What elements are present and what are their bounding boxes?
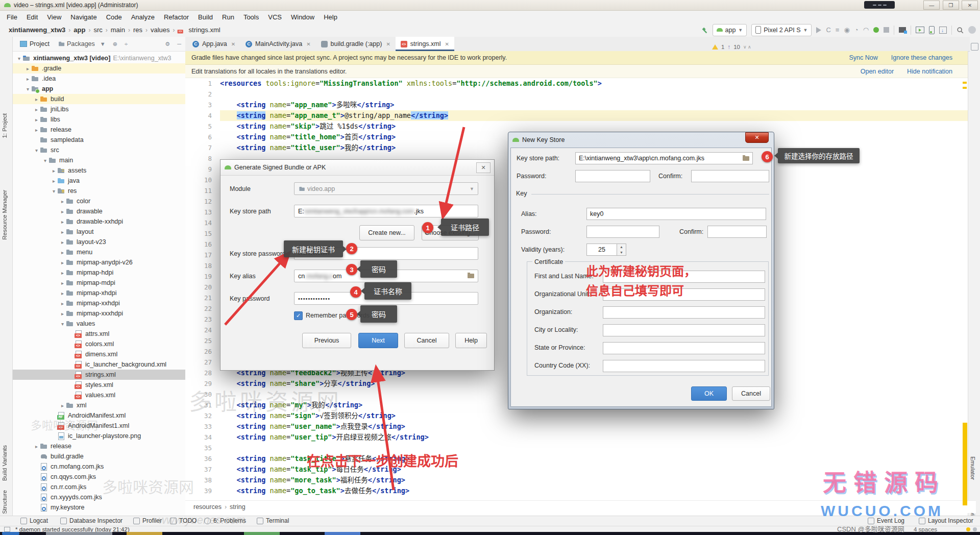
sidebar-item-project[interactable]: 1: Project — [2, 113, 8, 138]
validity-spinner[interactable]: 25 ▲▼ — [586, 244, 626, 256]
maximize-button[interactable]: ❐ — [943, 1, 959, 10]
previous-button[interactable]: Previous — [302, 333, 351, 348]
tab-strings-xml[interactable]: <>strings.xml✕ — [396, 37, 454, 51]
chevron-collapsed-icon[interactable]: ▸ — [51, 178, 57, 184]
tree-item-build-gradle[interactable]: build.gradle — [13, 451, 185, 461]
chevron-collapsed-icon[interactable]: ▸ — [24, 76, 31, 82]
chevron-collapsed-icon[interactable]: ▸ — [59, 270, 66, 276]
chevron-collapsed-icon[interactable]: ▸ — [33, 107, 40, 112]
profile-icon[interactable]: ◔ — [854, 26, 859, 34]
profiler-icon[interactable]: ◠ — [863, 26, 869, 34]
chevron-collapsed-icon[interactable]: ▸ — [59, 239, 66, 245]
menu-item-vcs[interactable]: VCS — [263, 12, 286, 22]
chevron-collapsed-icon[interactable]: ▸ — [59, 280, 66, 286]
cancel-button[interactable]: Cancel — [732, 386, 770, 401]
tree-item-attrs-xml[interactable]: <>attrs.xml — [13, 329, 185, 339]
tree-item-java[interactable]: ▸java — [13, 176, 185, 186]
tree-item-values[interactable]: ▾values — [13, 319, 185, 329]
debug-icon[interactable]: ◉ — [844, 26, 849, 34]
device-select[interactable]: Pixel 2 API S ▼ — [751, 24, 812, 36]
tree-item-ic-launcher-background-xml[interactable]: <>ic_launcher_background.xml — [13, 359, 185, 370]
tree-item-src[interactable]: ▾src — [13, 145, 185, 155]
tree-item-androidmanifest1-xml[interactable]: <>AndroidManifest1.xml — [13, 421, 185, 431]
chevron-collapsed-icon[interactable]: ▸ — [33, 127, 40, 133]
breadcrumb-item-app[interactable]: app — [72, 25, 87, 35]
next-button[interactable]: Next — [358, 333, 398, 348]
chevron-collapsed-icon[interactable]: ▸ — [33, 96, 40, 102]
tree-item-menu[interactable]: ▸menu — [13, 247, 185, 257]
browse-folder-icon[interactable] — [743, 156, 749, 161]
chevron-collapsed-icon[interactable]: ▸ — [59, 260, 66, 265]
gradle-panel-icon[interactable] — [971, 43, 978, 51]
menu-item-edit[interactable]: Edit — [22, 12, 42, 22]
alias-field[interactable]: key0 — [586, 208, 766, 220]
menu-item-code[interactable]: Code — [102, 12, 127, 22]
run-configuration-select[interactable]: app ▼ — [713, 24, 747, 36]
tree-item-main[interactable]: ▾main — [13, 155, 185, 165]
tree-item-layout-v23[interactable]: ▸layout-v23 — [13, 237, 185, 247]
tree-item-sampledata[interactable]: sampledata — [13, 135, 185, 145]
tree-item-mipmap-xxxhdpi[interactable]: ▸mipmap-xxxhdpi — [13, 308, 185, 319]
toolwindow-todo[interactable]: TODO — [170, 517, 197, 524]
chevron-collapsed-icon[interactable]: ▸ — [59, 301, 66, 306]
key-confirm-field[interactable] — [707, 226, 767, 238]
keystore-path-field[interactable]: E:\xintianweng_xtw3\app\cn.mofang.com.jk… — [294, 205, 478, 217]
breadcrumb-item-xintianweng-xtw3[interactable]: xintianweng_xtw3 — [7, 25, 67, 35]
tree-item-libs[interactable]: ▸libs — [13, 114, 185, 125]
tree-item-strings-xml[interactable]: <>strings.xml — [13, 370, 185, 380]
editor-breadcrumb-resources[interactable]: resources — [193, 503, 222, 510]
ok-button[interactable]: OK — [691, 386, 727, 401]
sidebar-item-build-variants[interactable]: Build Variants — [2, 445, 8, 481]
sync-now-link[interactable]: Sync Now — [849, 54, 877, 61]
build-hammer-icon[interactable] — [701, 27, 708, 34]
menu-item-help[interactable]: Help — [319, 12, 342, 22]
chevron-collapsed-icon[interactable]: ▸ — [33, 117, 40, 123]
toolwindow-database-inspector[interactable]: Database Inspector — [60, 517, 122, 524]
taskbar-app-icon[interactable] — [325, 532, 360, 535]
close-icon[interactable]: ✕ — [445, 41, 449, 47]
dialog-close-button[interactable]: ✕ — [745, 132, 769, 143]
chevron-collapsed-icon[interactable]: ▸ — [59, 199, 66, 204]
tree-item-assets[interactable]: ▸assets — [13, 165, 185, 176]
sidebar-item-emulator[interactable]: Emulator — [970, 456, 976, 480]
spinner-down-icon[interactable]: ▼ — [617, 250, 626, 255]
close-icon[interactable]: ✕ — [386, 41, 390, 47]
tree-item-styles-xml[interactable]: <>styles.xml — [13, 380, 185, 390]
tree-item-xintianweng-xtw3-video[interactable]: ▾xintianweng_xtw3 [video]E:\xintianweng_… — [13, 53, 185, 63]
tree-item-mipmap-hdpi[interactable]: ▸mipmap-hdpi — [13, 268, 185, 278]
tree-item-app[interactable]: ▾app — [13, 84, 185, 94]
tab-build-gradle-app[interactable]: build.gradle (:app)✕ — [316, 37, 396, 51]
chevron-expanded-icon[interactable]: ▾ — [33, 148, 40, 153]
menu-item-navigate[interactable]: Navigate — [66, 12, 101, 22]
tree-item-dimens-xml[interactable]: <>dimens.xml — [13, 349, 185, 359]
password-field[interactable] — [575, 170, 650, 182]
tree-item-gradle[interactable]: ▸.gradle — [13, 63, 185, 74]
apply-changes-icon[interactable]: C — [826, 26, 830, 34]
chevron-collapsed-icon[interactable]: ▸ — [59, 229, 66, 235]
confirm-field[interactable] — [691, 170, 769, 182]
chevron-expanded-icon[interactable]: ▾ — [16, 56, 22, 61]
menu-item-window[interactable]: Window — [286, 12, 319, 22]
tree-item-mipmap-xhdpi[interactable]: ▸mipmap-xhdpi — [13, 288, 185, 298]
breadcrumb-item-strings-xml[interactable]: strings.xml — [187, 25, 222, 35]
toolwindow-logcat[interactable]: Logcat — [20, 517, 48, 524]
toolwindow-profiler[interactable]: Profiler — [133, 517, 162, 524]
breadcrumb-item-main[interactable]: main — [109, 25, 127, 35]
hide-panel-icon[interactable]: ─ — [177, 41, 181, 47]
gear-icon[interactable]: ⚙ — [165, 41, 170, 47]
tree-item-values-xml[interactable]: <>values.xml — [13, 390, 185, 400]
tree-item-res[interactable]: ▾res — [13, 186, 185, 196]
chevron-collapsed-icon[interactable]: ▸ — [24, 66, 31, 71]
menu-item-refactor[interactable]: Refactor — [159, 12, 193, 22]
hide-notification-link[interactable]: Hide notification — [907, 68, 952, 75]
profile-apk-icon[interactable] — [899, 27, 906, 33]
chevron-collapsed-icon[interactable]: ▸ — [59, 311, 66, 317]
locate-target-icon[interactable]: ⊕ — [113, 41, 117, 47]
menu-item-build[interactable]: Build — [193, 12, 217, 22]
close-button[interactable]: ✕ — [962, 1, 978, 10]
chevron-collapsed-icon[interactable]: ▸ — [59, 403, 66, 408]
tree-item-layout[interactable]: ▸layout — [13, 227, 185, 237]
cancel-button[interactable]: Cancel — [404, 333, 449, 348]
stop-button[interactable] — [884, 27, 889, 33]
editor-breadcrumb-string[interactable]: string — [230, 503, 246, 510]
